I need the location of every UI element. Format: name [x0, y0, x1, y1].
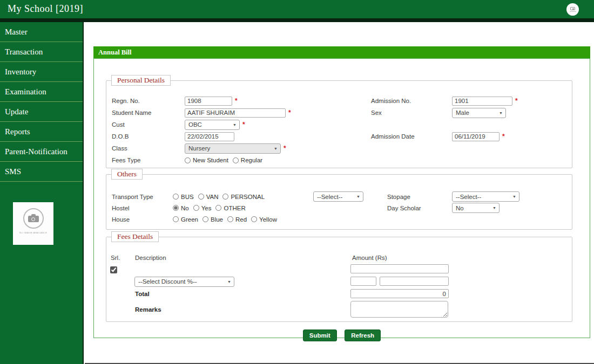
- hostel-label: Hostel: [112, 205, 173, 211]
- sidebar-item-examination[interactable]: Examination: [0, 82, 83, 102]
- transport-radio-van[interactable]: [198, 194, 204, 200]
- description-column-header: Description: [135, 255, 166, 261]
- others-fieldset: Others Transport Type BUS VAN PERSONAL: [106, 174, 572, 230]
- fee-row-checkbox[interactable]: [110, 266, 117, 273]
- sidebar-item-master[interactable]: Master: [0, 22, 83, 42]
- chevron-down-icon: ▼: [355, 195, 363, 198]
- transport-route-select[interactable]: --Select-- ▼: [313, 191, 363, 202]
- house-radio-red[interactable]: [227, 216, 233, 222]
- fees-details-fieldset: Fees Details Srl. Description Amount (Rs…: [106, 237, 572, 322]
- house-radio-green[interactable]: [173, 216, 179, 222]
- class-select[interactable]: Nursery ▼: [185, 143, 281, 154]
- chevron-down-icon: ▼: [497, 111, 505, 115]
- no-image-label: NO IMAGE AVAILABLE: [19, 232, 48, 234]
- discount-amount-input[interactable]: [380, 277, 449, 286]
- admission-no-input[interactable]: [452, 97, 512, 106]
- transport-radio-personal[interactable]: [222, 194, 228, 200]
- annual-bill-panel: Annual Bill Personal Details Regn. No. *…: [93, 46, 590, 338]
- required-marker: *: [288, 109, 291, 116]
- remarks-label: Remarks: [135, 306, 161, 313]
- row-dob-admdate: D.O.B Admission Date *: [112, 131, 572, 142]
- transport-option-bus[interactable]: BUS: [173, 194, 194, 200]
- house-option-green[interactable]: Green: [173, 216, 198, 223]
- row-class: Class Nursery ▼ *: [112, 142, 572, 154]
- panel-body: Personal Details Regn. No. * Admission N…: [93, 58, 590, 338]
- admission-no-label: Admission No.: [371, 98, 452, 104]
- required-marker: *: [242, 121, 245, 128]
- sidebar: Master Transaction Inventory Examination…: [0, 22, 84, 364]
- day-scholar-select[interactable]: No ▼: [452, 203, 500, 213]
- discount-select[interactable]: --Select Discount %-- ▼: [134, 277, 234, 287]
- sex-select[interactable]: Male ▼: [452, 108, 506, 118]
- cust-select[interactable]: OBC ▼: [185, 120, 240, 130]
- fees-type-option-regular[interactable]: Regular: [233, 157, 262, 163]
- chevron-down-icon: ▼: [226, 280, 234, 284]
- stopage-label: Stopage: [387, 194, 410, 200]
- sex-label: Sex: [371, 109, 452, 116]
- submit-button[interactable]: Submit: [303, 329, 337, 341]
- refresh-button[interactable]: Refresh: [345, 329, 381, 341]
- house-radio-blue[interactable]: [202, 216, 208, 222]
- house-radio-yellow[interactable]: [251, 216, 257, 222]
- hostel-option-no[interactable]: No: [173, 205, 189, 211]
- no-image-mini-caption: [570, 11, 576, 12]
- house-label: House: [112, 216, 173, 223]
- personal-details-fieldset: Personal Details Regn. No. * Admission N…: [106, 80, 572, 168]
- transport-radio-bus[interactable]: [173, 194, 179, 200]
- regn-no-label: Regn. No.: [112, 98, 185, 104]
- house-option-blue[interactable]: Blue: [202, 216, 223, 223]
- stopage-select[interactable]: --Select-- ▼: [452, 191, 519, 202]
- hostel-option-other[interactable]: OTHER: [215, 205, 245, 211]
- required-marker: *: [515, 97, 518, 105]
- top-header-bar: My School [2019]: [0, 0, 594, 18]
- row-hostel: Hostel No Yes OTHER Day Scholar: [112, 202, 572, 214]
- fees-type-option-new-student[interactable]: New Student: [185, 157, 228, 163]
- chevron-down-icon: ▼: [511, 195, 519, 198]
- fees-type-label: Fees Type: [112, 157, 185, 163]
- required-marker: *: [284, 145, 286, 152]
- house-option-yellow[interactable]: Yellow: [251, 216, 277, 223]
- sidebar-item-update[interactable]: Update: [0, 102, 83, 122]
- sidebar-item-sms[interactable]: SMS: [0, 162, 83, 182]
- fees-type-radio-regular[interactable]: [233, 157, 239, 163]
- user-avatar[interactable]: [566, 3, 579, 16]
- required-marker: *: [235, 97, 238, 105]
- admission-date-label: Admission Date: [371, 133, 452, 140]
- sidebar-item-transaction[interactable]: Transaction: [0, 42, 83, 62]
- required-marker: *: [502, 133, 505, 140]
- regn-no-input[interactable]: [185, 97, 232, 106]
- chevron-down-icon: ▼: [491, 206, 499, 210]
- admission-date-input[interactable]: [452, 132, 500, 141]
- sidebar-item-reports[interactable]: Reports: [0, 122, 83, 142]
- cust-label: Cust: [112, 121, 185, 128]
- transport-option-personal[interactable]: PERSONAL: [222, 194, 265, 200]
- row-house: House Green Blue Red Ye: [112, 214, 572, 225]
- student-name-input[interactable]: [185, 108, 286, 118]
- transport-type-label: Transport Type: [112, 194, 173, 200]
- day-scholar-label: Day Scholar: [387, 205, 421, 211]
- student-name-label: Student Name: [112, 109, 185, 116]
- hostel-radio-other[interactable]: [215, 205, 221, 211]
- hostel-radio-yes[interactable]: [193, 205, 199, 211]
- total-label: Total: [135, 291, 150, 297]
- hostel-option-yes[interactable]: Yes: [193, 205, 212, 211]
- others-legend: Others: [111, 169, 143, 180]
- sidebar-item-inventory[interactable]: Inventory: [0, 62, 83, 82]
- class-label: Class: [112, 145, 185, 152]
- transport-option-van[interactable]: VAN: [198, 194, 219, 200]
- remarks-textarea[interactable]: [350, 301, 448, 318]
- camera-icon: [23, 208, 44, 229]
- row-cust: Cust OBC ▼ *: [112, 119, 572, 131]
- discount-percent-input[interactable]: [350, 277, 376, 286]
- actions-row: Submit Refresh: [94, 329, 590, 341]
- total-input[interactable]: [350, 289, 449, 298]
- fee-amount-input[interactable]: [350, 264, 449, 273]
- sidebar-menu: Master Transaction Inventory Examination…: [0, 22, 83, 182]
- dob-label: D.O.B: [112, 133, 185, 140]
- hostel-radio-no[interactable]: [173, 205, 179, 211]
- sidebar-item-parent-notification[interactable]: Parent-Notification: [0, 142, 83, 162]
- dob-input[interactable]: [185, 132, 234, 141]
- no-image-mini-icon: [570, 7, 575, 10]
- house-option-red[interactable]: Red: [227, 216, 247, 223]
- fees-type-radio-new-student[interactable]: [185, 157, 191, 163]
